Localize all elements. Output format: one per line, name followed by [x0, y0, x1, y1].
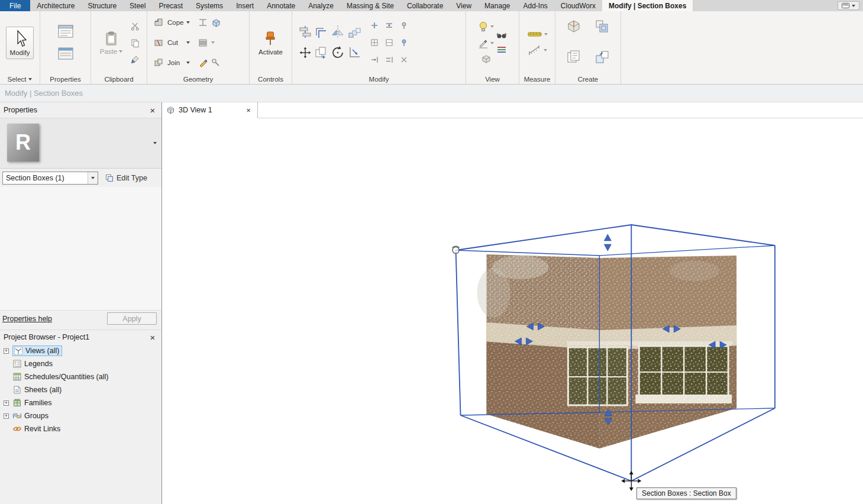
- mirror-icon[interactable]: [331, 25, 344, 38]
- tab-cloudworx[interactable]: CloudWorx: [554, 0, 602, 11]
- tab-structure[interactable]: Structure: [81, 0, 123, 11]
- drawing-canvas[interactable]: Section Boxes : Section Box: [163, 118, 863, 504]
- measure-button[interactable]: [527, 30, 548, 39]
- view-visibility-button[interactable]: [478, 21, 494, 32]
- mode-bar-text: Modify | Section Boxes: [5, 89, 83, 98]
- activate-button[interactable]: Activate: [255, 28, 286, 58]
- 3d-scene[interactable]: [163, 118, 863, 504]
- hide-glasses-icon[interactable]: [496, 31, 507, 40]
- paste-clipboard-icon: [105, 31, 118, 46]
- chevron-down-icon[interactable]: [186, 62, 190, 64]
- join-button-label[interactable]: Join: [167, 59, 184, 66]
- properties-palette-button[interactable]: [56, 23, 76, 41]
- tree-item-sheets[interactable]: Sheets (all): [0, 383, 161, 396]
- join-button[interactable]: [152, 56, 165, 69]
- extend-icon[interactable]: [370, 56, 379, 64]
- beam-icon[interactable]: [198, 18, 208, 27]
- split-gap-icon[interactable]: [385, 21, 393, 30]
- create-assembly-icon[interactable]: [594, 19, 610, 34]
- cut-button-label[interactable]: Cut: [167, 39, 184, 46]
- combobox-dropdown-button[interactable]: [88, 172, 98, 184]
- scale-grid-icon[interactable]: [370, 38, 379, 47]
- tab-systems[interactable]: Systems: [189, 0, 230, 11]
- cope-button[interactable]: [152, 16, 165, 29]
- tab-add-ins[interactable]: Add-Ins: [516, 0, 554, 11]
- create-similar-icon[interactable]: [594, 50, 610, 65]
- expand-icon[interactable]: +: [4, 413, 9, 419]
- tree-item-groups[interactable]: + Groups: [0, 409, 161, 422]
- type-filter-combobox[interactable]: Section Boxes (1): [2, 172, 98, 185]
- ribbon-display-options-button[interactable]: [838, 1, 859, 10]
- join-icon: [154, 58, 163, 67]
- offset-icon[interactable]: [315, 26, 328, 39]
- select-group-label[interactable]: Select: [0, 74, 40, 84]
- chevron-down-icon[interactable]: [211, 41, 215, 44]
- match-type-button[interactable]: [128, 53, 141, 66]
- rotate-icon[interactable]: [330, 45, 345, 60]
- edit-type-button[interactable]: Edit Type: [102, 172, 151, 185]
- tree-item-schedules[interactable]: Schedules/Quantities (all): [0, 370, 161, 383]
- create-parts-icon[interactable]: [566, 19, 581, 34]
- properties-footer: Properties help Apply: [0, 311, 161, 327]
- trim-icon[interactable]: [348, 46, 361, 59]
- unpin-icon[interactable]: [400, 21, 408, 30]
- tab-insert[interactable]: Insert: [230, 0, 260, 11]
- aligned-dimension-button[interactable]: [528, 45, 547, 56]
- properties-help-link[interactable]: Properties help: [2, 315, 52, 323]
- copy-tool-icon[interactable]: [315, 46, 328, 59]
- tree-item-revit-links[interactable]: Revit Links: [0, 422, 161, 435]
- linework-button[interactable]: [478, 38, 494, 49]
- type-selector[interactable]: R: [0, 118, 161, 169]
- tab-massing-site[interactable]: Massing & Site: [340, 0, 400, 11]
- tab-steel[interactable]: Steel: [123, 0, 152, 11]
- tab-file[interactable]: File: [0, 0, 30, 11]
- extend-multiple-icon[interactable]: [385, 56, 393, 64]
- tab-analyze[interactable]: Analyze: [302, 0, 340, 11]
- copy-to-clipboard-button[interactable]: [128, 36, 141, 49]
- wrench-icon[interactable]: [211, 58, 221, 67]
- tree-item-views[interactable]: + Views (all): [0, 344, 161, 357]
- tab-precast[interactable]: Precast: [152, 0, 189, 11]
- tab-manage[interactable]: Manage: [478, 0, 516, 11]
- tab-collaborate[interactable]: Collaborate: [400, 0, 450, 11]
- ribbon-panel-icon: [842, 3, 849, 8]
- tree-item-legends[interactable]: Legends: [0, 357, 161, 370]
- create-group-icon[interactable]: [566, 50, 581, 65]
- view-tab-3d-view-1[interactable]: 3D View 1 ×: [163, 102, 258, 118]
- chevron-down-icon[interactable]: [186, 21, 190, 24]
- graphics-cube-icon[interactable]: [480, 54, 492, 64]
- cope-button-label[interactable]: Cope: [167, 19, 184, 26]
- filter-lines-icon[interactable]: [496, 46, 507, 54]
- split-icon[interactable]: [370, 21, 379, 30]
- expand-icon[interactable]: +: [4, 400, 9, 406]
- delete-icon[interactable]: [400, 56, 408, 64]
- modify-tool-button[interactable]: Modify: [6, 27, 34, 59]
- align-icon[interactable]: [299, 25, 312, 38]
- pin-icon[interactable]: [400, 38, 408, 47]
- demolish-icon[interactable]: [385, 38, 393, 47]
- properties-close-button[interactable]: ×: [147, 105, 158, 115]
- tab-annotate[interactable]: Annotate: [260, 0, 302, 11]
- move-icon[interactable]: [298, 46, 312, 60]
- tab-view[interactable]: View: [450, 0, 478, 11]
- ribbon-group-create: Create: [555, 11, 621, 84]
- type-selector-dropdown-icon[interactable]: [153, 142, 157, 144]
- expand-icon[interactable]: +: [4, 348, 9, 354]
- tab-modify-section-boxes[interactable]: Modify | Section Boxes: [602, 0, 693, 11]
- cut-geometry-button[interactable]: [152, 36, 165, 49]
- paste-button[interactable]: Paste: [96, 28, 126, 57]
- view-tab-close-button[interactable]: ×: [243, 105, 254, 115]
- rotate-handle[interactable]: [452, 246, 460, 254]
- chevron-down-icon[interactable]: [186, 41, 190, 44]
- paint-pencil-icon[interactable]: [198, 58, 208, 67]
- wall-layers-icon[interactable]: [198, 38, 208, 47]
- solid-cube-icon[interactable]: [211, 18, 221, 28]
- tree-item-views-selection[interactable]: Views (all): [12, 345, 62, 356]
- tab-architecture[interactable]: Architecture: [30, 0, 81, 11]
- array-icon[interactable]: [348, 26, 361, 39]
- apply-button[interactable]: Apply: [107, 312, 157, 325]
- cut-to-clipboard-button[interactable]: [128, 20, 141, 33]
- type-properties-button[interactable]: [56, 46, 76, 62]
- project-browser-close-button[interactable]: ×: [147, 332, 158, 343]
- tree-item-families[interactable]: + Families: [0, 396, 161, 409]
